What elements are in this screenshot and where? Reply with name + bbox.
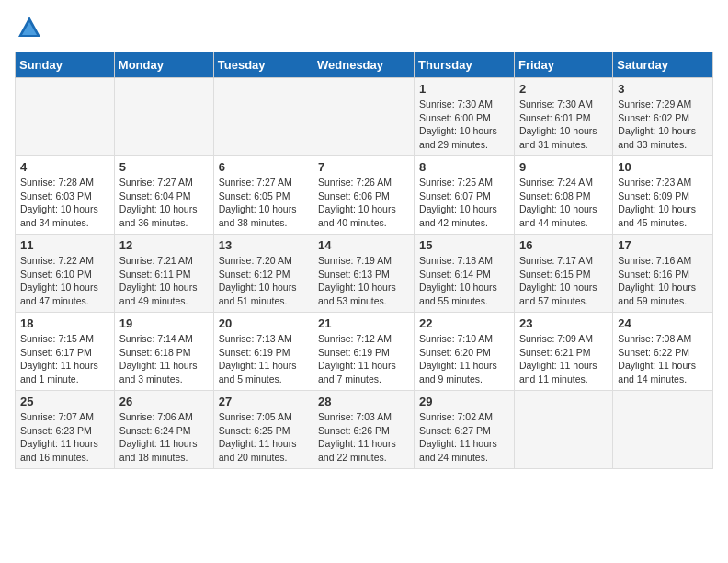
day-number: 3 [618,82,708,96]
day-number: 8 [419,160,509,174]
day-number: 6 [219,160,308,174]
calendar-cell: 12Sunrise: 7:21 AMSunset: 6:11 PMDayligh… [114,235,213,313]
weekday-header-monday: Monday [114,52,213,78]
calendar-cell: 17Sunrise: 7:16 AMSunset: 6:16 PMDayligh… [613,235,713,313]
calendar-cell: 26Sunrise: 7:06 AMSunset: 6:24 PMDayligh… [114,391,213,469]
day-number: 11 [20,238,109,252]
weekday-header-sunday: Sunday [16,52,115,78]
weekday-header-thursday: Thursday [415,52,515,78]
weekday-header-saturday: Saturday [613,52,713,78]
calendar-cell: 4Sunrise: 7:28 AMSunset: 6:03 PMDaylight… [16,156,115,235]
day-number: 13 [219,238,308,252]
calendar-cell: 6Sunrise: 7:27 AMSunset: 6:05 PMDaylight… [213,156,313,235]
day-number: 17 [618,238,708,252]
day-number: 12 [119,238,209,252]
calendar-cell [213,78,313,156]
day-number: 20 [219,316,308,330]
day-info: Sunrise: 7:14 AMSunset: 6:18 PMDaylight:… [119,332,209,386]
day-info: Sunrise: 7:21 AMSunset: 6:11 PMDaylight:… [119,254,209,308]
day-info: Sunrise: 7:03 AMSunset: 6:26 PMDaylight:… [318,410,409,465]
calendar-cell: 16Sunrise: 7:17 AMSunset: 6:15 PMDayligh… [514,235,612,313]
calendar-cell: 7Sunrise: 7:26 AMSunset: 6:06 PMDaylight… [313,156,415,235]
calendar-cell: 22Sunrise: 7:10 AMSunset: 6:20 PMDayligh… [415,313,515,391]
day-number: 21 [318,316,409,330]
day-number: 23 [519,316,608,330]
calendar-cell: 13Sunrise: 7:20 AMSunset: 6:12 PMDayligh… [213,235,313,313]
calendar-week-row: 11Sunrise: 7:22 AMSunset: 6:10 PMDayligh… [16,235,713,313]
day-number: 1 [419,82,509,96]
calendar-header-row: SundayMondayTuesdayWednesdayThursdayFrid… [16,52,713,78]
day-info: Sunrise: 7:17 AMSunset: 6:15 PMDaylight:… [519,254,608,308]
day-number: 15 [419,238,509,252]
calendar-cell: 3Sunrise: 7:29 AMSunset: 6:02 PMDaylight… [613,78,713,156]
day-number: 7 [318,160,409,174]
calendar-cell: 9Sunrise: 7:24 AMSunset: 6:08 PMDaylight… [514,156,612,235]
logo [15,15,42,40]
day-number: 28 [318,395,409,408]
day-info: Sunrise: 7:30 AMSunset: 6:00 PMDaylight:… [419,98,509,152]
calendar-cell: 19Sunrise: 7:14 AMSunset: 6:18 PMDayligh… [114,313,213,391]
day-number: 24 [618,316,708,330]
day-info: Sunrise: 7:02 AMSunset: 6:27 PMDaylight:… [419,410,509,465]
calendar-week-row: 25Sunrise: 7:07 AMSunset: 6:23 PMDayligh… [16,391,713,469]
calendar-cell: 15Sunrise: 7:18 AMSunset: 6:14 PMDayligh… [415,235,515,313]
day-number: 22 [419,316,509,330]
calendar-cell: 5Sunrise: 7:27 AMSunset: 6:04 PMDaylight… [114,156,213,235]
calendar-cell [613,391,713,469]
calendar-cell: 18Sunrise: 7:15 AMSunset: 6:17 PMDayligh… [16,313,115,391]
day-number: 4 [20,160,109,174]
day-info: Sunrise: 7:16 AMSunset: 6:16 PMDaylight:… [618,254,708,308]
calendar-week-row: 4Sunrise: 7:28 AMSunset: 6:03 PMDaylight… [16,156,713,235]
calendar-cell [514,391,612,469]
calendar-cell: 1Sunrise: 7:30 AMSunset: 6:00 PMDaylight… [415,78,515,156]
day-info: Sunrise: 7:28 AMSunset: 6:03 PMDaylight:… [20,176,109,230]
calendar-cell: 29Sunrise: 7:02 AMSunset: 6:27 PMDayligh… [415,391,515,469]
day-info: Sunrise: 7:19 AMSunset: 6:13 PMDaylight:… [318,254,409,308]
day-number: 2 [519,82,608,96]
day-number: 27 [219,395,308,408]
day-info: Sunrise: 7:13 AMSunset: 6:19 PMDaylight:… [219,332,308,386]
day-info: Sunrise: 7:30 AMSunset: 6:01 PMDaylight:… [519,98,608,152]
calendar-cell: 24Sunrise: 7:08 AMSunset: 6:22 PMDayligh… [613,313,713,391]
day-info: Sunrise: 7:25 AMSunset: 6:07 PMDaylight:… [419,176,509,230]
calendar-cell: 21Sunrise: 7:12 AMSunset: 6:19 PMDayligh… [313,313,415,391]
calendar-cell: 10Sunrise: 7:23 AMSunset: 6:09 PMDayligh… [613,156,713,235]
day-info: Sunrise: 7:24 AMSunset: 6:08 PMDaylight:… [519,176,608,230]
calendar-cell: 23Sunrise: 7:09 AMSunset: 6:21 PMDayligh… [514,313,612,391]
calendar-week-row: 18Sunrise: 7:15 AMSunset: 6:17 PMDayligh… [16,313,713,391]
calendar-cell: 25Sunrise: 7:07 AMSunset: 6:23 PMDayligh… [16,391,115,469]
day-info: Sunrise: 7:10 AMSunset: 6:20 PMDaylight:… [419,332,509,386]
weekday-header-friday: Friday [514,52,612,78]
day-info: Sunrise: 7:05 AMSunset: 6:25 PMDaylight:… [219,410,308,465]
calendar-cell: 27Sunrise: 7:05 AMSunset: 6:25 PMDayligh… [213,391,313,469]
day-number: 16 [519,238,608,252]
day-info: Sunrise: 7:06 AMSunset: 6:24 PMDaylight:… [119,410,209,465]
day-info: Sunrise: 7:26 AMSunset: 6:06 PMDaylight:… [318,176,409,230]
calendar-cell [114,78,213,156]
day-number: 5 [119,160,209,174]
calendar-cell: 20Sunrise: 7:13 AMSunset: 6:19 PMDayligh… [213,313,313,391]
day-info: Sunrise: 7:23 AMSunset: 6:09 PMDaylight:… [618,176,708,230]
day-info: Sunrise: 7:09 AMSunset: 6:21 PMDaylight:… [519,332,608,386]
day-info: Sunrise: 7:22 AMSunset: 6:10 PMDaylight:… [20,254,109,308]
calendar-cell: 14Sunrise: 7:19 AMSunset: 6:13 PMDayligh… [313,235,415,313]
day-number: 25 [20,395,109,408]
day-info: Sunrise: 7:27 AMSunset: 6:04 PMDaylight:… [119,176,209,230]
day-info: Sunrise: 7:12 AMSunset: 6:19 PMDaylight:… [318,332,409,386]
day-number: 9 [519,160,608,174]
day-info: Sunrise: 7:07 AMSunset: 6:23 PMDaylight:… [20,410,109,465]
day-number: 14 [318,238,409,252]
calendar-week-row: 1Sunrise: 7:30 AMSunset: 6:00 PMDaylight… [16,78,713,156]
day-number: 29 [419,395,509,408]
page-header [15,15,713,40]
day-number: 10 [618,160,708,174]
weekday-header-tuesday: Tuesday [213,52,313,78]
calendar-table: SundayMondayTuesdayWednesdayThursdayFrid… [15,52,713,469]
calendar-cell: 28Sunrise: 7:03 AMSunset: 6:26 PMDayligh… [313,391,415,469]
weekday-header-wednesday: Wednesday [313,52,415,78]
calendar-cell: 11Sunrise: 7:22 AMSunset: 6:10 PMDayligh… [16,235,115,313]
day-info: Sunrise: 7:08 AMSunset: 6:22 PMDaylight:… [618,332,708,386]
day-number: 18 [20,316,109,330]
calendar-cell [16,78,115,156]
calendar-cell: 8Sunrise: 7:25 AMSunset: 6:07 PMDaylight… [415,156,515,235]
